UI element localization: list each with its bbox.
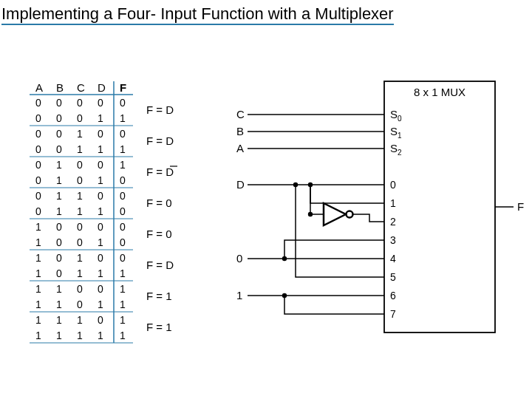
group-label: F = D: [146, 103, 174, 116]
table-cell: 0: [35, 159, 41, 171]
input-D: D: [236, 178, 245, 191]
mux-data-label: 6: [390, 290, 396, 301]
table-cell: 0: [35, 205, 41, 217]
table-cell: 0: [98, 283, 103, 295]
table-cell: 1: [56, 174, 62, 186]
table-cell: 1: [120, 314, 126, 326]
th-A: A: [35, 81, 43, 94]
mux-select-sub: 2: [398, 149, 402, 157]
table-cell: 1: [35, 299, 41, 310]
table-cell: 1: [98, 330, 103, 341]
select-signal: C: [236, 108, 245, 120]
mux-data-label: 4: [390, 253, 396, 265]
table-cell: 0: [98, 128, 103, 140]
table-cell: 0: [98, 314, 103, 326]
table-cell: 0: [98, 190, 103, 202]
table-cell: 0: [120, 128, 126, 140]
table-cell: 0: [56, 267, 62, 279]
mux-data-label: 1: [390, 197, 396, 209]
table-cell: 1: [35, 267, 41, 279]
table-cell: 1: [98, 299, 103, 310]
mux-data-label: 3: [390, 234, 396, 246]
mux-select-label: S: [390, 125, 398, 137]
table-cell: 0: [56, 143, 62, 155]
table-cell: 0: [77, 159, 83, 171]
table-cell: 1: [77, 190, 83, 202]
table-cell: 0: [120, 190, 126, 202]
table-cell: 1: [77, 330, 83, 341]
th-F: F: [120, 81, 126, 94]
svg-marker-15: [324, 203, 346, 225]
svg-point-17: [308, 183, 313, 187]
select-signal: A: [236, 142, 244, 154]
table-cell: 0: [98, 252, 103, 264]
table-cell: 0: [98, 159, 103, 171]
table-cell: 1: [56, 299, 62, 310]
table-cell: 1: [120, 159, 126, 171]
table-cell: 0: [56, 236, 62, 248]
mux-data-label: 5: [390, 271, 396, 283]
svg-point-18: [308, 212, 313, 216]
table-cell: 1: [77, 143, 83, 155]
th-B: B: [56, 81, 64, 94]
table-cell: 0: [35, 190, 41, 202]
mux-data-label: 2: [390, 216, 396, 228]
table-cell: 0: [120, 97, 126, 109]
table-cell: 1: [98, 267, 103, 279]
group-label: F = D: [146, 134, 174, 147]
group-label: F = D: [146, 259, 174, 271]
input-one: 1: [236, 289, 242, 301]
table-cell: 1: [120, 299, 126, 310]
mux-diagram: 8 x 1 MUX F CS0BS1AS2 01234567 D01: [222, 74, 525, 347]
table-cell: 0: [35, 174, 41, 186]
table-cell: 1: [120, 267, 126, 279]
table-cell: 0: [77, 299, 83, 310]
table-cell: 0: [35, 112, 41, 124]
table-cell: 1: [77, 128, 83, 140]
table-cell: 1: [77, 252, 83, 264]
table-cell: 0: [56, 221, 62, 233]
table-cell: 1: [35, 330, 41, 341]
table-cell: 1: [120, 143, 126, 155]
table-cell: 1: [120, 330, 126, 341]
th-D: D: [98, 81, 106, 94]
table-cell: 1: [120, 112, 126, 124]
group-label: F = 0: [146, 197, 172, 209]
mux-data-label: 7: [390, 308, 396, 320]
th-C: C: [77, 81, 85, 94]
table-cell: 0: [35, 143, 41, 155]
table-cell: 1: [77, 205, 83, 217]
table-cell: 0: [56, 128, 62, 140]
table-cell: 1: [77, 267, 83, 279]
table-cell: 0: [35, 97, 41, 109]
table-cell: 1: [56, 283, 62, 295]
table-cell: 1: [56, 330, 62, 341]
table-cell: 1: [56, 314, 62, 326]
page-title: Implementing a Four- Input Function with…: [1, 4, 394, 25]
table-cell: 1: [98, 174, 103, 186]
group-label: F = 1: [146, 290, 172, 302]
table-cell: 0: [77, 221, 83, 233]
table-cell: 1: [35, 236, 41, 248]
table-cell: 1: [120, 283, 126, 295]
table-cell: 0: [56, 112, 62, 124]
table-cell: 0: [120, 221, 126, 233]
table-cell: 0: [56, 252, 62, 264]
svg-point-21: [282, 293, 287, 298]
table-cell: 0: [98, 97, 103, 109]
table-cell: 0: [77, 283, 83, 295]
table-cell: 1: [56, 190, 62, 202]
svg-point-16: [347, 211, 353, 218]
group-label: F = D: [146, 166, 174, 178]
table-cell: 0: [56, 97, 62, 109]
table-cell: 0: [98, 221, 103, 233]
table-cell: 1: [35, 283, 41, 295]
mux-select-sub: 1: [398, 132, 402, 140]
table-cell: 0: [120, 252, 126, 264]
table-cell: 1: [35, 221, 41, 233]
mux-data-label: 0: [390, 179, 396, 191]
select-signal: B: [236, 125, 244, 137]
table-cell: 0: [120, 174, 126, 186]
mux-select-sub: 0: [398, 115, 402, 123]
svg-point-19: [293, 183, 298, 187]
